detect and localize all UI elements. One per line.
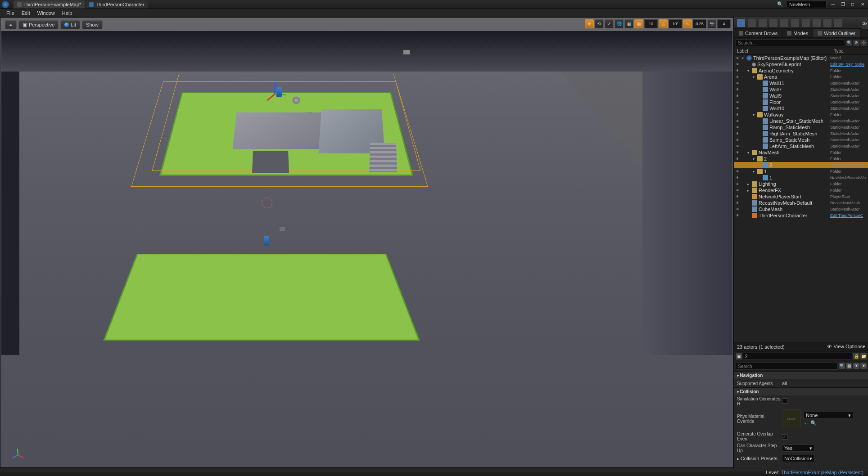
close-button[interactable]: ✕ — [859, 1, 866, 8]
viewport-canvas[interactable] — [0, 18, 733, 467]
outliner-row[interactable]: 👁▾ArenaFolder — [734, 74, 868, 80]
view-options-button[interactable]: 👁 View Options▾ — [827, 344, 865, 350]
visibility-icon[interactable]: 👁 — [734, 69, 741, 73]
visibility-icon[interactable]: 👁 — [734, 176, 741, 180]
rotate-button[interactable]: ⟲ — [595, 19, 604, 28]
camera-speed-value[interactable]: 4 — [717, 19, 731, 28]
menu-file[interactable]: File — [3, 9, 18, 17]
visibility-icon[interactable]: 👁 — [734, 144, 741, 148]
outliner-row[interactable]: 👁▸LightingFolder — [734, 181, 868, 187]
expand-arrow-button[interactable]: ≫ — [862, 18, 868, 29]
visibility-icon[interactable]: 👁 — [734, 138, 741, 142]
visibility-icon[interactable]: 👁 — [734, 151, 741, 155]
expand-icon[interactable]: ▾ — [751, 170, 756, 174]
tab-content-browser[interactable]: Content Brows — [734, 29, 782, 37]
grid-snap-value[interactable]: 10 — [644, 19, 658, 28]
lock-icon[interactable]: 🔒 — [853, 353, 859, 359]
outliner-tree[interactable]: 👁▾ThirdPersonExampleMap (Editor)World👁Sk… — [734, 55, 868, 342]
visibility-icon[interactable]: 👁 — [734, 75, 741, 79]
build-icon[interactable] — [813, 19, 821, 27]
visibility-icon[interactable]: 👁 — [734, 113, 741, 117]
scale-snap-value[interactable]: 0.25 — [693, 19, 706, 28]
outliner-row[interactable]: 👁LeftArm_StaticMeshStaticMeshActor — [734, 143, 868, 149]
category-navigation[interactable]: Navigation — [734, 371, 868, 379]
visibility-icon[interactable]: 👁 — [734, 214, 741, 218]
expand-icon[interactable]: ▾ — [751, 113, 756, 117]
global-search-input[interactable] — [786, 1, 827, 8]
visibility-icon[interactable]: 👁 — [734, 182, 741, 186]
tab-map[interactable]: ThirdPersonExampleMap* — [14, 0, 85, 9]
outliner-row[interactable]: 👁SkySphereBlueprintEdit BP_Sky_Sphe — [734, 61, 868, 67]
visibility-icon[interactable]: 👁 — [734, 195, 741, 199]
viewport-options-button[interactable] — [5, 20, 17, 29]
translate-button[interactable]: ✥ — [585, 19, 594, 28]
outliner-search-input[interactable] — [736, 39, 845, 46]
visibility-icon[interactable]: 👁 — [734, 163, 741, 167]
outliner-row[interactable]: 👁ThirdPersonCharacterEdit ThirdPersonC — [734, 212, 868, 219]
cinematics-icon[interactable] — [802, 19, 810, 27]
outliner-row[interactable]: 👁FloorStaticMeshActor — [734, 99, 868, 105]
expand-icon[interactable]: ▾ — [751, 157, 756, 161]
outliner-row[interactable]: 👁▾1Folder — [734, 168, 868, 175]
lit-button[interactable]: Lit — [60, 20, 80, 29]
surface-snap-button[interactable]: ▦ — [624, 19, 633, 28]
eye-icon[interactable]: 👁 — [860, 363, 867, 369]
actor-type[interactable]: Edit ThirdPersonC — [830, 213, 867, 218]
visibility-icon[interactable]: 👁 — [734, 81, 741, 85]
char-step-dropdown[interactable]: Yes▾ — [782, 445, 814, 452]
add-icon[interactable]: ➕ — [860, 40, 867, 46]
play-icon[interactable] — [823, 19, 832, 27]
visibility-icon[interactable]: 👁 — [734, 126, 741, 130]
actor-name-input[interactable] — [743, 353, 852, 360]
visibility-icon[interactable]: 👁 — [734, 88, 741, 92]
scale-snap-button[interactable]: ⤡ — [683, 19, 692, 28]
content-icon[interactable] — [759, 19, 767, 27]
expand-icon[interactable]: ▸ — [746, 189, 750, 193]
outliner-row[interactable]: 👁RecastNavMesh-DefaultRecastNavMesh — [734, 200, 868, 206]
blueprints-icon[interactable] — [791, 19, 799, 27]
outliner-row[interactable]: 👁2NavMeshBoundsVo — [734, 162, 868, 168]
scale-button[interactable]: ⤢ — [605, 19, 614, 28]
launch-icon[interactable] — [834, 19, 842, 27]
outliner-row[interactable]: 👁Wall7StaticMeshActor — [734, 86, 868, 93]
browse-icon[interactable]: 🔍 — [810, 420, 817, 426]
expand-icon[interactable]: ▾ — [741, 56, 745, 60]
outliner-row[interactable]: 👁Ramp_StaticMeshStaticMeshActor — [734, 124, 868, 130]
browse-icon[interactable]: 📁 — [860, 353, 867, 359]
world-local-button[interactable]: 🌐 — [615, 19, 624, 28]
outliner-row[interactable]: 👁Wall9StaticMeshActor — [734, 93, 868, 99]
outliner-row[interactable]: 👁▾WalkwayFolder — [734, 112, 868, 118]
camera-speed-button[interactable]: 📷 — [707, 19, 716, 28]
outliner-row[interactable]: 👁▾2Folder — [734, 156, 868, 162]
menu-help[interactable]: Help — [59, 9, 76, 17]
outliner-row[interactable]: 👁Wall10StaticMeshActor — [734, 105, 868, 112]
visibility-icon[interactable]: 👁 — [734, 170, 741, 174]
source-control-icon[interactable] — [748, 19, 756, 27]
menu-window[interactable]: Window — [34, 9, 59, 17]
outliner-row[interactable]: 👁▾ArenaGeometryFolder — [734, 67, 868, 74]
category-collision[interactable]: Collision — [734, 387, 868, 395]
expand-icon[interactable]: ▸ — [746, 182, 750, 186]
outliner-row[interactable]: 👁▾ThirdPersonExampleMap (Editor)World — [734, 55, 868, 61]
marketplace-icon[interactable] — [769, 19, 778, 27]
outliner-row[interactable]: 👁▸RenderFXFolder — [734, 187, 868, 193]
menu-edit[interactable]: Edit — [18, 9, 34, 17]
visibility-icon[interactable]: 👁 — [734, 94, 741, 98]
save-icon[interactable] — [737, 19, 745, 27]
eye-icon[interactable]: 👁 — [853, 363, 859, 369]
visibility-icon[interactable]: 👁 — [734, 119, 741, 123]
actor-type[interactable]: Edit BP_Sky_Sphe — [830, 62, 867, 67]
expand-icon[interactable]: ▾ — [746, 69, 750, 73]
outliner-row[interactable]: 👁▾NavMeshFolder — [734, 149, 868, 156]
maximize-button[interactable]: □ — [849, 1, 856, 8]
filter-icon[interactable]: ⚙ — [853, 40, 859, 46]
sim-generates-checkbox[interactable] — [782, 398, 787, 404]
details-search-input[interactable] — [736, 363, 838, 370]
tab-blueprint[interactable]: ThirdPersonCharacter — [86, 0, 148, 9]
angle-snap-button[interactable]: △ — [659, 19, 668, 28]
visibility-icon[interactable]: 👁 — [734, 56, 741, 60]
level-name[interactable]: ThirdPersonExampleMap (Persistent) — [781, 470, 863, 475]
viewport[interactable]: ▣Perspective Lit Show ✥ ⟲ ⤢ 🌐 ▦ ▦ 10 △ 1… — [0, 17, 734, 468]
visibility-icon[interactable]: 👁 — [734, 63, 741, 67]
outliner-row[interactable]: 👁Wall11StaticMeshActor — [734, 80, 868, 86]
